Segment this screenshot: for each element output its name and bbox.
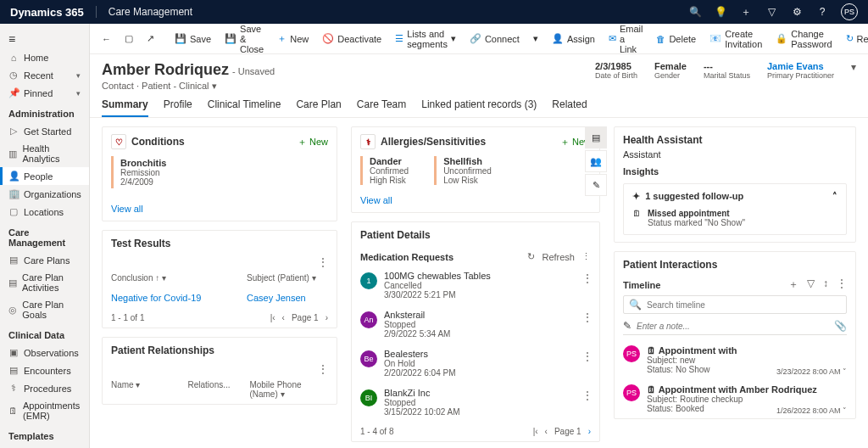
- connect-button[interactable]: 🔗Connect: [465, 30, 525, 48]
- pager-next[interactable]: ›: [326, 313, 328, 322]
- pager-first[interactable]: |‹: [533, 427, 538, 436]
- deactivate-button[interactable]: 🚫Deactivate: [317, 30, 387, 48]
- col-relations[interactable]: Relations...: [188, 380, 233, 399]
- back-button[interactable]: ←: [97, 31, 116, 48]
- timeline-item[interactable]: PS 🗓 Appointment withSubject: newStatus:…: [615, 340, 855, 379]
- delete-button[interactable]: 🗑Delete: [651, 31, 701, 48]
- record-subtitle[interactable]: Contact · Patient - Clinical ▾: [102, 81, 275, 92]
- test-results-more[interactable]: ⋮: [103, 256, 337, 268]
- open-record-button[interactable]: ▢: [120, 30, 138, 48]
- plus-icon[interactable]: ＋: [739, 5, 753, 19]
- connect-split[interactable]: ▾: [528, 30, 543, 48]
- med-item-more[interactable]: ⋮: [582, 272, 593, 284]
- nav-pinned[interactable]: 📌Pinned▾: [0, 84, 89, 102]
- invite-icon: 📧: [709, 33, 721, 44]
- follow-up-insight[interactable]: ✦ 1 suggested follow-up˄ 🗓 Missed appoin…: [623, 183, 847, 235]
- filter-icon[interactable]: ▽: [765, 5, 778, 19]
- refresh-label[interactable]: Refresh: [542, 252, 575, 262]
- assign-button[interactable]: 👤Assign: [547, 30, 600, 48]
- col-conclusion[interactable]: Conclusion ↑ ▾: [111, 273, 230, 283]
- rail-edit[interactable]: ✎: [585, 174, 607, 196]
- timeline-item[interactable]: PS 🗓 Appointment with Amber RodriquezSub…: [615, 379, 855, 418]
- pager-prev[interactable]: ‹: [282, 313, 285, 322]
- tab-linked-records[interactable]: Linked patient records (3): [421, 98, 537, 117]
- help-icon[interactable]: ?: [815, 5, 829, 19]
- relationships-more[interactable]: ⋮: [103, 363, 337, 375]
- timeline-note[interactable]: ✎ 📎: [623, 317, 847, 335]
- rail-related[interactable]: ▤: [585, 126, 607, 148]
- search-icon[interactable]: 🔍: [688, 5, 702, 19]
- medication-item[interactable]: Be BealestersOn Hold2/20/2022 6:04 PM ⋮: [352, 344, 599, 383]
- timeline-search[interactable]: 🔍: [623, 295, 847, 314]
- rail-assistant[interactable]: 👥: [585, 150, 607, 172]
- settings-icon[interactable]: ⚙: [790, 5, 804, 19]
- nav-organizations[interactable]: 🏢Organizations: [0, 185, 89, 203]
- nav-care-templates[interactable]: ▤Care Plan Templates: [0, 445, 89, 448]
- tab-care-plan[interactable]: Care Plan: [296, 98, 341, 117]
- col-subject[interactable]: Subject (Patient) ▾: [247, 273, 316, 283]
- plus-icon: ＋: [277, 32, 287, 45]
- nav-care-goals[interactable]: ◎Care Plan Goals: [0, 296, 89, 323]
- timeline-search-input[interactable]: [647, 300, 841, 310]
- med-item-more[interactable]: ⋮: [582, 389, 593, 401]
- pager-first[interactable]: |‹: [270, 313, 275, 322]
- timeline-add[interactable]: ＋: [788, 277, 798, 292]
- tab-related[interactable]: Related: [552, 98, 587, 117]
- create-invitation-button[interactable]: 📧Create Invitation: [704, 25, 767, 53]
- medication-item[interactable]: 1 100MG chewables TablesCancelled3/30/20…: [352, 266, 599, 305]
- email-link-button[interactable]: ✉Email a Link: [604, 24, 648, 58]
- tab-clinical-timeline[interactable]: Clinical Timeline: [208, 98, 281, 117]
- timeline-note-input[interactable]: [637, 322, 829, 331]
- nav-encounters[interactable]: ▤Encounters: [0, 361, 89, 379]
- nav-get-started[interactable]: ▷Get Started: [0, 122, 89, 140]
- tab-profile[interactable]: Profile: [164, 98, 192, 117]
- hamburger-icon[interactable]: ≡: [0, 29, 89, 49]
- nav-observations[interactable]: ▣Observations: [0, 344, 89, 361]
- relationships-card: Patient Relationships ⋮ Name ▾ Relations…: [102, 337, 337, 405]
- nav-recent[interactable]: ◷Recent▾: [0, 66, 89, 84]
- test-result-row[interactable]: Negative for Covid-19 Casey Jensen: [103, 288, 337, 308]
- nav-home[interactable]: ⌂Home: [0, 49, 89, 66]
- timeline-sort[interactable]: ↕: [823, 277, 828, 292]
- col-mobile[interactable]: Mobile Phone (Name) ▾: [249, 380, 328, 399]
- medication-item[interactable]: An AnksterailStopped2/9/2022 5:34 AM ⋮: [352, 305, 599, 344]
- med-item-more[interactable]: ⋮: [582, 350, 593, 362]
- pager-next[interactable]: ›: [588, 427, 591, 436]
- nav-health-analytics[interactable]: ▥Health Analytics: [0, 140, 89, 167]
- nav-procedures[interactable]: ⚕Procedures: [0, 379, 89, 397]
- save-close-button[interactable]: 💾Save & Close: [220, 24, 269, 58]
- field-practitioner[interactable]: Jamie EvansPrimary Practitioner: [767, 61, 834, 80]
- allergy-item[interactable]: ShellfishUnconfirmedLow Risk: [434, 156, 492, 185]
- timeline-more[interactable]: ⋮: [837, 277, 847, 292]
- med-more[interactable]: ⋮: [581, 251, 591, 262]
- medication-item[interactable]: BI BlankZi IncStopped3/15/2022 10:02 AM …: [352, 383, 599, 422]
- refresh-button[interactable]: ↻Refresh: [841, 30, 868, 48]
- lists-segments-button[interactable]: ☰Lists and segments ▾: [390, 25, 461, 53]
- allergies-view-all[interactable]: View all: [352, 192, 599, 212]
- refresh-icon[interactable]: ↻: [527, 251, 535, 262]
- pager-prev[interactable]: ‹: [545, 427, 548, 436]
- open-new-window-button[interactable]: ↗: [142, 30, 159, 48]
- conditions-new-button[interactable]: ＋ New: [298, 136, 328, 148]
- allergy-item[interactable]: DanderConfirmedHigh Risk: [360, 156, 409, 185]
- nav-locations[interactable]: ▢Locations: [0, 203, 89, 221]
- timeline-filter[interactable]: ▽: [807, 277, 815, 292]
- condition-item[interactable]: Bronchitis Remission 2/4/2009: [111, 156, 328, 188]
- tab-care-team[interactable]: Care Team: [357, 98, 406, 117]
- med-item-more[interactable]: ⋮: [582, 311, 593, 323]
- change-password-button[interactable]: 🔒Change Password: [771, 25, 837, 53]
- col-name[interactable]: Name ▾: [111, 380, 171, 399]
- user-avatar[interactable]: PS: [841, 3, 858, 20]
- attachment-icon[interactable]: 📎: [834, 320, 847, 332]
- nav-care-plans[interactable]: ▤Care Plans: [0, 251, 89, 269]
- new-button[interactable]: ＋New: [272, 29, 314, 48]
- tab-summary[interactable]: Summary: [102, 98, 148, 117]
- chevron-down-icon[interactable]: ▾: [851, 61, 856, 73]
- save-button[interactable]: 💾Save: [170, 30, 216, 48]
- conditions-view-all[interactable]: View all: [103, 200, 337, 221]
- lightbulb-icon[interactable]: 💡: [714, 5, 727, 19]
- nav-people[interactable]: 👤People: [0, 167, 89, 185]
- chevron-up-icon[interactable]: ˄: [832, 191, 837, 202]
- nav-care-activities[interactable]: ▤Care Plan Activities: [0, 269, 89, 296]
- nav-appointments[interactable]: 🗓Appointments (EMR): [0, 397, 89, 424]
